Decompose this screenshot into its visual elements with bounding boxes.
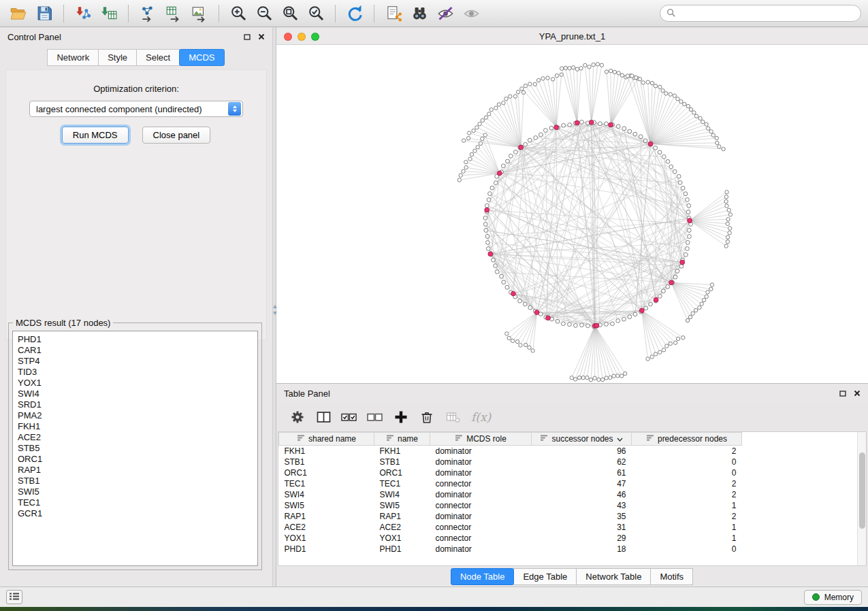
window-maximize-button[interactable] [311,33,319,41]
cell-name: PHD1 [374,544,430,555]
table-row[interactable]: STB1STB1dominator620 [279,457,742,467]
clone-network-button[interactable] [382,3,405,24]
float-table-panel-button[interactable] [839,389,846,399]
mcds-result-item[interactable]: FKH1 [18,421,253,432]
memory-button[interactable]: Memory [804,590,862,605]
mcds-result-list[interactable]: PHD1CAR1STP4TID3YOX1SWI4SRD1PMA2FKH1ACE2… [12,331,258,566]
tab-mcds[interactable]: MCDS [179,49,224,66]
refresh-icon [346,4,364,22]
find-button[interactable] [408,3,431,24]
mcds-result-item[interactable]: YOX1 [18,378,253,389]
splitter-arrow-icon[interactable] [273,305,277,308]
import-network-icon [74,5,92,22]
mcds-result-item[interactable]: PMA2 [18,410,253,421]
vertical-splitter[interactable] [272,27,276,587]
zoom-fit-button[interactable] [278,3,302,24]
table-row[interactable]: TEC1TEC1connector472 [279,478,742,489]
import-table-button[interactable] [97,3,120,24]
table-row[interactable]: ORC1ORC1dominator610 [279,467,742,478]
close-panel-button[interactable] [258,32,265,42]
mcds-result-item[interactable]: SWI4 [18,389,253,399]
zoom-selected-button[interactable] [304,3,327,24]
refresh-view-button[interactable] [343,3,366,24]
mcds-result-item[interactable]: ORC1 [18,454,253,465]
cell-shared-name: ACE2 [279,522,374,533]
delete-column-button[interactable] [417,407,437,427]
cell-successors: 46 [532,489,632,500]
tab-node-table[interactable]: Node Table [451,568,515,585]
show-columns-button[interactable] [313,407,334,427]
cell-predecessors: 2 [632,446,742,457]
search-field[interactable] [660,5,861,22]
mcds-result-item[interactable]: GCR1 [18,508,253,519]
cell-shared-name: PHD1 [279,544,374,555]
close-panel-button-mcds[interactable]: Close panel [142,127,211,144]
column-header-shared-name[interactable]: shared name [279,433,374,446]
mcds-result-item[interactable]: TID3 [18,367,253,378]
deselect-all-button[interactable] [365,407,385,427]
show-view-button[interactable] [460,3,483,24]
export-network-button[interactable] [136,3,159,24]
table-row[interactable]: SWI5SWI5connector431 [279,500,742,511]
mcds-result-item[interactable]: ACE2 [18,432,253,443]
import-table-icon [100,5,118,22]
search-input[interactable] [679,9,854,18]
list-icon [10,592,19,602]
column-header-mcds-role[interactable]: MCDS role [430,433,532,446]
mcds-result-title: MCDS result (17 nodes) [13,318,113,328]
table-row[interactable]: PHD1PHD1dominator180 [279,544,742,555]
tab-network[interactable]: Network [47,49,99,66]
table-row[interactable]: SWI4SWI4dominator462 [279,489,742,500]
mcds-result-item[interactable]: SRD1 [18,399,253,410]
mcds-result-item[interactable]: STB5 [18,443,253,454]
save-session-button[interactable] [33,3,56,24]
tab-edge-table[interactable]: Edge Table [513,568,577,585]
mcds-result-item[interactable]: RAP1 [18,465,253,476]
cell-successors: 47 [532,478,632,489]
column-header-predecessor-nodes[interactable]: predecessor nodes [632,433,742,446]
cell-role: connector [430,478,532,489]
import-network-button[interactable] [71,3,95,24]
scrollbar-thumb[interactable] [859,452,865,529]
run-mcds-button[interactable]: Run MCDS [62,127,129,144]
tab-network-table[interactable]: Network Table [576,568,651,585]
tab-style[interactable]: Style [98,49,137,66]
window-minimize-button[interactable] [298,33,306,41]
mcds-result-item[interactable]: CAR1 [18,345,253,356]
export-image-button[interactable] [188,3,211,24]
chevron-down-icon[interactable] [617,434,623,444]
mcds-result-item[interactable]: STP4 [18,356,253,367]
mcds-result-item[interactable]: PHD1 [18,334,253,345]
criterion-select[interactable]: largest connected component (undirected) [29,101,243,117]
table-row[interactable]: ACE2ACE2connector311 [279,522,742,533]
table-row[interactable]: RAP1RAP1dominator352 [279,511,742,522]
zoom-in-button[interactable] [227,3,250,24]
splitter-arrow-icon[interactable] [273,312,277,315]
function-builder-button[interactable]: f(x) [471,410,491,424]
network-canvas[interactable] [276,45,868,383]
column-header-successor-nodes[interactable]: successor nodes [532,433,632,446]
mcds-result-item[interactable]: TEC1 [18,497,253,508]
table-scrollbar[interactable] [857,432,866,565]
eye-slash-icon [436,4,455,22]
table-row[interactable]: FKH1FKH1dominator962 [279,446,742,457]
export-table-button[interactable] [162,3,185,24]
hide-view-button[interactable] [434,3,457,24]
export-table-icon [165,5,182,22]
tab-select[interactable]: Select [136,49,180,66]
column-header-name[interactable]: name [374,433,430,446]
close-table-panel-button[interactable] [854,389,861,399]
float-panel-button[interactable] [244,32,251,42]
task-history-button[interactable] [6,590,22,604]
add-column-button[interactable] [391,407,411,427]
mcds-result-item[interactable]: STB1 [18,476,253,486]
mcds-result-item[interactable]: SWI5 [18,486,253,497]
select-spinner-icon[interactable] [228,102,241,116]
table-settings-button[interactable] [287,407,308,427]
select-all-button[interactable] [339,407,359,427]
open-file-button[interactable] [7,3,30,24]
window-close-button[interactable] [284,33,292,41]
zoom-out-button[interactable] [253,3,276,24]
table-row[interactable]: YOX1YOX1connector291 [279,533,742,544]
tab-motifs[interactable]: Motifs [650,568,693,585]
